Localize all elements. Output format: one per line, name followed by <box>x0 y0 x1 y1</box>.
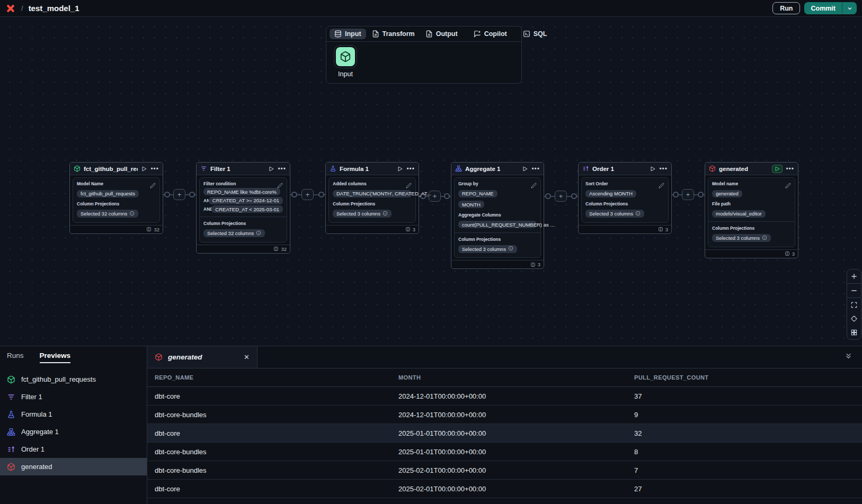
table-row[interactable]: dbt-core2025-01-01T00:00:00+00:0032 <box>147 424 862 443</box>
node-config-card[interactable]: Filter condition REPO_NAME like %dbt-cor… <box>199 177 287 242</box>
node-config-card[interactable]: Model Name fct_github_pull_requests Colu… <box>73 177 160 223</box>
table-row[interactable]: dbt-core-bundles2024-12-01T00:00:00+00:0… <box>147 406 862 424</box>
edge-add-node-button[interactable]: + <box>682 189 694 200</box>
node-config-card[interactable]: Added columns DATE_TRUNC('MONTH', CREATE… <box>328 177 416 223</box>
list-item-generated[interactable]: generated <box>0 458 147 475</box>
divider <box>200 217 287 217</box>
database-icon <box>334 30 342 38</box>
info-icon <box>383 211 388 217</box>
collapse-panel-button[interactable] <box>845 352 852 362</box>
node-header[interactable]: Aggregate 1 ••• <box>451 163 544 175</box>
source-port[interactable] <box>291 192 297 197</box>
node-header[interactable]: Formula 1 ••• <box>326 163 419 175</box>
edit-icon[interactable] <box>406 181 412 191</box>
more-button[interactable]: ••• <box>659 166 668 172</box>
node-config-card[interactable]: Sort Order Ascending MONTH Column Projec… <box>581 177 669 223</box>
target-port[interactable] <box>444 193 450 199</box>
tab-previews[interactable]: Previews <box>40 352 71 363</box>
divider <box>708 221 795 222</box>
target-port[interactable] <box>189 192 195 197</box>
preview-sidebar: Runs Previews fct_github_pull_requests F… <box>0 346 147 504</box>
sort-icon <box>7 445 15 454</box>
play-button[interactable] <box>397 166 403 172</box>
locate-button[interactable] <box>847 312 861 326</box>
node-config-card[interactable]: Model name generated File path models/vi… <box>708 177 795 247</box>
palette-tab-sql[interactable]: SQL <box>518 29 552 39</box>
run-button[interactable]: Run <box>772 2 800 14</box>
column-header: MONTH <box>391 374 627 381</box>
preview-tab-label: generated <box>168 353 238 361</box>
table-row[interactable]: dbt-core2024-12-01T00:00:00+00:0037 <box>147 387 862 406</box>
table-row[interactable]: dbt-core-bundles2025-01-01T00:00:00+00:0… <box>147 443 862 461</box>
list-item-filter-1[interactable]: Filter 1 <box>0 388 147 406</box>
zoom-out-button[interactable] <box>847 284 861 298</box>
edit-icon[interactable] <box>277 181 283 191</box>
more-button[interactable]: ••• <box>786 166 794 172</box>
palette-item-input[interactable]: Input <box>334 47 357 78</box>
play-button[interactable] <box>772 165 783 173</box>
list-item-aggregate-1[interactable]: Aggregate 1 <box>0 423 147 440</box>
table-header-row: REPO_NAME MONTH PULL_REQUEST_COUNT <box>147 368 862 387</box>
play-button[interactable] <box>522 166 528 172</box>
node-title: Formula 1 <box>340 166 394 172</box>
commit-button[interactable]: Commit <box>804 2 842 14</box>
play-button[interactable] <box>650 166 656 172</box>
list-item-formula-1[interactable]: Formula 1 <box>0 406 147 423</box>
node-generated[interactable]: generated ••• Model name generated File … <box>705 162 798 258</box>
zoom-in-button[interactable] <box>847 269 861 283</box>
node-aggregate-1[interactable]: Aggregate 1 ••• Group by REPO_NAME MONTH… <box>451 162 544 269</box>
source-port[interactable] <box>545 193 551 199</box>
more-button[interactable]: ••• <box>150 166 159 172</box>
node-filter-1[interactable]: Filter 1 ••• Filter condition REPO_NAME … <box>196 162 290 254</box>
node-config-card[interactable]: Group by REPO_NAME MONTH Aggregate Colum… <box>454 177 541 258</box>
edge-add-node-button[interactable]: + <box>173 189 185 200</box>
field-label: Column Projections <box>77 201 156 206</box>
list-item-order-1[interactable]: Order 1 <box>0 440 147 458</box>
dbt-logo-icon[interactable] <box>5 3 16 14</box>
edit-icon[interactable] <box>785 181 791 191</box>
target-port[interactable] <box>698 192 704 197</box>
node-order-1[interactable]: Order 1 ••• Sort Order Ascending MONTH C… <box>578 162 672 234</box>
edge-add-node-button[interactable]: + <box>301 189 314 200</box>
more-button[interactable]: ••• <box>406 166 415 172</box>
node-header[interactable]: generated ••• <box>705 163 798 175</box>
flow-canvas[interactable]: Input Transform Output Copilot <box>0 17 862 346</box>
source-port[interactable] <box>164 192 170 197</box>
node-formula-1[interactable]: Formula 1 ••• Added columns DATE_TRUNC('… <box>325 162 419 234</box>
node-palette: Input Transform Output Copilot <box>326 26 522 84</box>
list-item-fct-github-pull-requests[interactable]: fct_github_pull_requests <box>0 371 147 388</box>
divider <box>455 232 540 233</box>
close-icon[interactable]: ✕ <box>244 353 250 361</box>
tab-runs[interactable]: Runs <box>7 352 24 363</box>
preview-tab-generated[interactable]: generated ✕ <box>147 346 257 368</box>
play-button[interactable] <box>141 166 147 172</box>
palette-tab-output[interactable]: Output <box>421 29 463 39</box>
source-port[interactable] <box>673 192 679 197</box>
target-port[interactable] <box>318 192 324 197</box>
table-row[interactable]: dbt-core2025-02-01T00:00:00+00:0027 <box>147 480 862 498</box>
node-title: fct_github_pull_requests <box>84 166 138 172</box>
fit-view-button[interactable] <box>847 298 861 312</box>
palette-tab-copilot[interactable]: Copilot <box>469 29 512 39</box>
palette-tab-input[interactable]: Input <box>330 29 366 39</box>
table-row[interactable]: dbt-core-bundles2025-02-01T00:00:00+00:0… <box>147 461 862 480</box>
edit-icon[interactable] <box>531 181 537 191</box>
node-header[interactable]: Filter 1 ••• <box>197 163 290 175</box>
palette-tab-transform[interactable]: Transform <box>367 29 420 39</box>
node-header[interactable]: Order 1 ••• <box>579 163 671 175</box>
field-label: Filter condition <box>203 181 283 186</box>
target-port[interactable] <box>571 193 577 199</box>
edit-icon[interactable] <box>150 181 156 191</box>
commit-dropdown-button[interactable] <box>842 2 857 14</box>
edit-icon[interactable] <box>659 181 664 191</box>
node-fct-github-pull-requests[interactable]: fct_github_pull_requests ••• Model Name … <box>69 162 163 234</box>
more-button[interactable]: ••• <box>531 166 540 172</box>
field-label: Aggregate Columns <box>458 212 537 218</box>
layout-grid-button[interactable] <box>847 326 861 339</box>
node-header[interactable]: fct_github_pull_requests ••• <box>70 163 163 175</box>
field-label: File path <box>712 201 791 206</box>
field-label: Added columns <box>333 181 412 186</box>
edge-add-node-button[interactable]: + <box>555 191 567 202</box>
play-button[interactable] <box>268 166 274 172</box>
more-button[interactable]: ••• <box>278 166 286 172</box>
